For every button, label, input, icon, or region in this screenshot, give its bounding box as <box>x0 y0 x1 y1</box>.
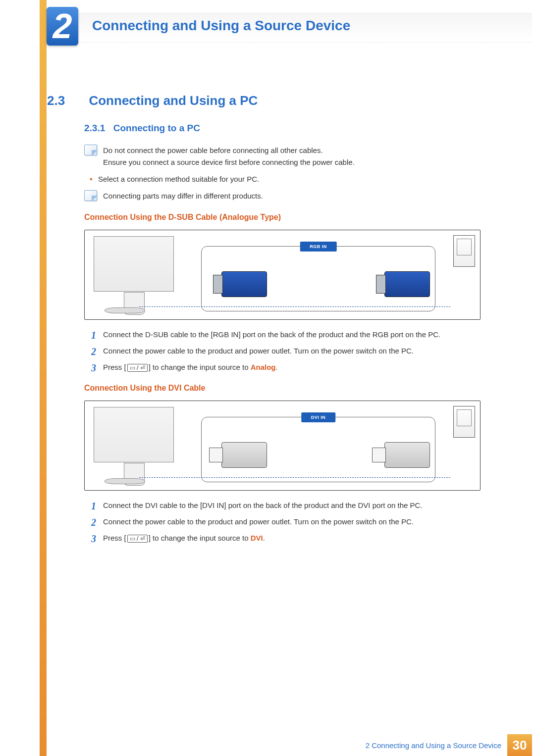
note-text-line-2: Ensure you connect a source device first… <box>103 156 481 168</box>
dvi-connector-right <box>384 442 430 468</box>
step-3: Press [▭ / ⏎] to change the input source… <box>84 361 481 373</box>
step-text: Connect the power cable to the product a… <box>103 517 414 526</box>
rear-panel: DVI IN <box>201 417 435 482</box>
dsub-heading: Connection Using the D-SUB Cable (Analog… <box>84 211 481 224</box>
page-number: 30 <box>507 734 532 756</box>
dsub-diagram: RGB IN <box>84 230 481 320</box>
note-block-1: Do not connect the power cable before co… <box>84 145 481 168</box>
note-icon <box>84 145 97 155</box>
pc-tower-illustration <box>453 406 475 438</box>
note-text-line-1: Do not connect the power cable before co… <box>103 145 481 156</box>
dvi-connector-left <box>221 442 267 468</box>
dvi-in-port-label: DVI IN <box>301 412 336 422</box>
footer-chapter-title: Connecting and Using a Source Device <box>372 741 501 750</box>
bullet-list: Select a connection method suitable for … <box>84 173 481 185</box>
step-1: Connect the D-SUB cable to the [RGB IN] … <box>84 329 481 340</box>
note-icon <box>84 190 97 201</box>
step-text-a: Press [ <box>103 534 126 542</box>
dvi-diagram: DVI IN <box>84 401 481 491</box>
step-text-b: ] to change the input source to <box>149 534 251 542</box>
dsub-connector-left <box>221 271 267 297</box>
subsection-title: Connecting to a PC <box>113 123 200 133</box>
chapter-number-badge: 2 <box>47 7 78 46</box>
bullet-item: Select a connection method suitable for … <box>84 173 481 185</box>
dsub-steps: Connect the D-SUB cable to the [RGB IN] … <box>84 329 481 373</box>
section-number: 2.3 <box>47 93 87 108</box>
dvi-steps: Connect the DVI cable to the [DVI IN] po… <box>84 500 481 544</box>
note-block-2: Connecting parts may differ in different… <box>84 190 481 202</box>
source-button-icon: ▭ / ⏎ <box>127 364 148 372</box>
monitor-base <box>105 307 145 313</box>
step-text-b: ] to change the input source to <box>149 363 251 371</box>
keyword-analog: Analog <box>251 363 276 371</box>
footer-chapter-ref: 2 Connecting and Using a Source Device <box>366 741 501 750</box>
note-text: Connecting parts may differ in different… <box>103 190 481 202</box>
step-2: Connect the power cable to the product a… <box>84 345 481 356</box>
step-2: Connect the power cable to the product a… <box>84 516 481 527</box>
page: 2 Connecting and Using a Source Device 2… <box>0 0 535 756</box>
left-accent-strip <box>40 0 47 756</box>
source-button-icon: ▭ / ⏎ <box>127 535 148 543</box>
cable-line <box>139 306 450 307</box>
cable-line <box>139 477 450 478</box>
section-title: Connecting and Using a PC <box>89 93 258 108</box>
pc-tower-illustration <box>453 235 475 267</box>
footer-chapter-num: 2 <box>366 741 372 750</box>
step-1: Connect the DVI cable to the [DVI IN] po… <box>84 500 481 511</box>
step-3: Press [▭ / ⏎] to change the input source… <box>84 532 481 544</box>
subsection-heading: 2.3.1 Connecting to a PC <box>84 123 200 134</box>
step-text: Connect the DVI cable to the [DVI IN] po… <box>103 501 423 509</box>
content-area: Do not connect the power cable before co… <box>84 145 481 553</box>
monitor-illustration <box>94 407 174 462</box>
monitor-illustration <box>94 236 174 292</box>
dvi-heading: Connection Using the DVI Cable <box>84 382 481 395</box>
chapter-title: Connecting and Using a Source Device <box>92 18 350 34</box>
subsection-number: 2.3.1 <box>84 123 105 133</box>
monitor-base <box>105 478 145 484</box>
step-text-c: . <box>263 534 265 542</box>
page-footer: 2 Connecting and Using a Source Device 3… <box>47 734 532 756</box>
bullet-text: Select a connection method suitable for … <box>98 175 259 183</box>
rgb-in-port-label: RGB IN <box>300 242 337 252</box>
section-heading: 2.3 Connecting and Using a PC <box>47 93 258 108</box>
step-text-c: . <box>276 363 278 371</box>
dsub-connector-right <box>384 271 430 297</box>
step-text: Connect the power cable to the product a… <box>103 347 414 355</box>
keyword-dvi: DVI <box>251 534 263 542</box>
step-text-a: Press [ <box>103 363 126 371</box>
rear-panel: RGB IN <box>201 246 435 311</box>
step-text: Connect the D-SUB cable to the [RGB IN] … <box>103 330 440 339</box>
